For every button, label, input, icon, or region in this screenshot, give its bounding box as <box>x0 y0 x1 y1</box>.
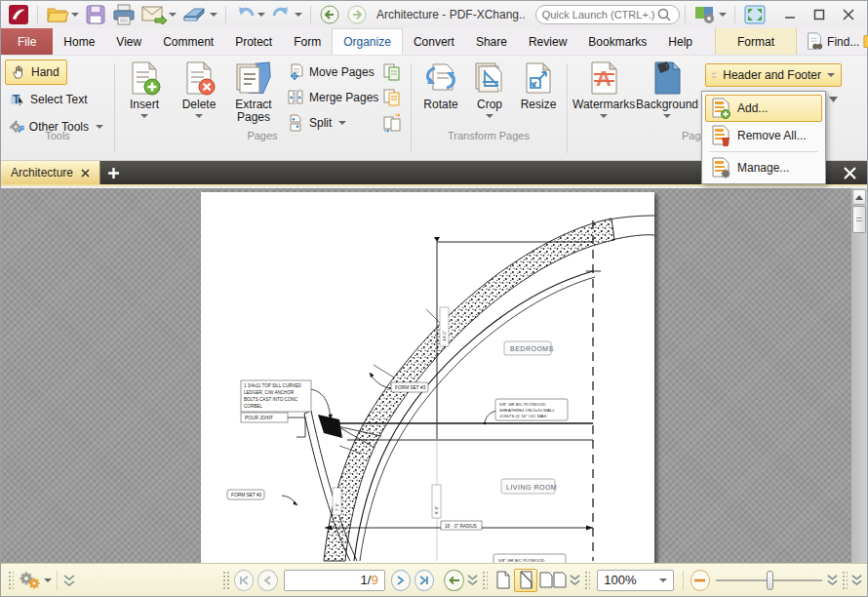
open-caret-icon[interactable] <box>71 13 79 17</box>
extract-pages-button[interactable]: ExtractPages <box>227 60 280 124</box>
previous-page-button[interactable] <box>257 570 277 591</box>
tab-home[interactable]: Home <box>53 28 105 55</box>
find-document-icon[interactable] <box>805 32 824 52</box>
view-history-expand-button[interactable] <box>466 574 479 586</box>
resize-button[interactable]: Resize <box>512 60 565 111</box>
tab-bookmarks[interactable]: Bookmarks <box>577 28 657 55</box>
hand-tool-button[interactable]: Hand <box>5 60 67 85</box>
tab-format[interactable]: Format <box>715 28 797 55</box>
other-tools-caret-icon <box>96 125 103 129</box>
divider <box>57 571 58 590</box>
undo-button[interactable] <box>231 3 268 26</box>
zoom-expand-button[interactable] <box>826 574 839 586</box>
search-folder-icon[interactable] <box>862 32 868 52</box>
undo-caret-icon[interactable] <box>257 13 265 17</box>
status-options-caret-icon[interactable] <box>44 578 52 582</box>
ply-note-line3: JOISTS @ 16" O/C MAX <box>499 414 547 418</box>
tab-protect[interactable]: Protect <box>224 28 283 55</box>
redo-caret-icon[interactable] <box>295 13 302 17</box>
duplicate-pages-button[interactable] <box>377 60 407 85</box>
previous-view-button[interactable] <box>444 570 463 591</box>
merge-pages-button[interactable]: Merge Pages <box>282 85 383 110</box>
page-number-input[interactable]: 1/9 <box>284 570 385 591</box>
ui-options-button[interactable] <box>690 3 730 26</box>
tab-organize[interactable]: Organize <box>332 28 403 55</box>
next-page-button[interactable] <box>391 570 411 591</box>
toolbar-grip[interactable] <box>222 571 228 590</box>
rotate-button[interactable]: Rotate <box>414 60 467 111</box>
document-tab-architecture[interactable]: Architecture <box>1 161 100 184</box>
menu-item-add-label: Add... <box>737 101 768 115</box>
document-viewport[interactable]: 1 3/4x11 TOP SILL CURVED LEDGER, C/W ANC… <box>1 188 867 565</box>
tab-share[interactable]: Share <box>465 28 518 55</box>
back-button[interactable] <box>316 3 343 26</box>
zoom-slider[interactable] <box>716 570 822 591</box>
menu-item-add[interactable]: Add... <box>705 95 822 122</box>
single-page-layout-button[interactable] <box>491 569 514 592</box>
maximize-button[interactable] <box>805 4 834 25</box>
header-and-footer-button[interactable]: Header and Footer <box>705 63 842 87</box>
status-options-button[interactable] <box>17 570 52 591</box>
expand-toolbar-button[interactable] <box>62 574 76 587</box>
toolbar-grip[interactable] <box>482 571 488 590</box>
background-button[interactable]: Background <box>635 60 699 118</box>
toolbar-grip[interactable] <box>842 571 848 590</box>
tab-help[interactable]: Help <box>657 28 703 55</box>
scroll-up-button[interactable] <box>852 189 866 205</box>
move-pages-button[interactable]: Move Pages <box>282 60 383 85</box>
tab-form[interactable]: Form <box>283 28 332 55</box>
close-document-pane-button[interactable] <box>836 161 863 184</box>
search-icon[interactable] <box>657 8 671 21</box>
print-button[interactable] <box>109 3 138 26</box>
quick-launch[interactable] <box>535 5 680 24</box>
hand-icon <box>11 64 26 80</box>
new-tab-button[interactable] <box>100 161 126 184</box>
ui-options-caret-icon[interactable] <box>719 13 727 17</box>
find-label[interactable]: Find... <box>827 35 859 49</box>
toolbar-grip[interactable] <box>584 571 590 590</box>
toolbar-grip[interactable] <box>8 571 14 590</box>
quick-launch-input[interactable] <box>542 9 657 20</box>
close-button[interactable] <box>834 4 863 25</box>
tab-file[interactable]: File <box>1 28 53 55</box>
zoom-level-select[interactable]: 100% <box>597 570 673 591</box>
vertical-scrollbar[interactable] <box>850 188 867 565</box>
menu-item-manage[interactable]: Manage... <box>705 154 822 181</box>
crop-button[interactable]: Crop <box>463 60 516 118</box>
pdf-page[interactable]: 1 3/4x11 TOP SILL CURVED LEDGER, C/W ANC… <box>201 192 654 565</box>
two-page-layout-button[interactable] <box>537 569 568 592</box>
email-button[interactable] <box>138 3 179 26</box>
menu-item-remove-all[interactable]: Remove All... <box>705 122 822 149</box>
statusbar-overflow-button[interactable] <box>850 574 863 586</box>
first-page-button[interactable] <box>234 570 254 591</box>
redo-button[interactable] <box>268 3 305 26</box>
insert-pages-button[interactable]: Insert <box>118 60 171 118</box>
save-button[interactable] <box>82 3 109 26</box>
last-page-button[interactable] <box>414 570 434 591</box>
zoom-slider-thumb[interactable] <box>767 571 773 590</box>
forward-button[interactable] <box>343 3 371 26</box>
email-caret-icon[interactable] <box>169 13 177 17</box>
document-tab-label[interactable]: Architecture <box>11 166 73 179</box>
scan-button[interactable] <box>179 3 220 26</box>
scan-caret-icon[interactable] <box>210 13 217 17</box>
scrollbar-thumb[interactable] <box>852 206 866 233</box>
replace-pages-icon <box>382 88 402 107</box>
delete-pages-button[interactable]: Delete <box>173 60 225 118</box>
fit-page-layout-button[interactable] <box>514 569 537 592</box>
tab-comment[interactable]: Comment <box>152 28 224 55</box>
open-button[interactable] <box>43 3 82 26</box>
layout-expand-button[interactable] <box>569 574 581 586</box>
tab-view[interactable]: View <box>105 28 152 55</box>
replace-pages-button[interactable] <box>377 85 407 110</box>
find-button[interactable]: Find... <box>805 28 868 55</box>
hidden-control-caret-icon[interactable] <box>829 97 838 102</box>
zoom-out-button[interactable] <box>690 570 710 591</box>
tab-convert[interactable]: Convert <box>403 28 465 55</box>
fullscreen-button[interactable] <box>740 3 769 26</box>
minimize-button[interactable] <box>775 4 805 25</box>
select-text-button[interactable]: T Select Text <box>5 87 95 112</box>
document-tab-close-icon[interactable] <box>81 169 90 178</box>
tab-review[interactable]: Review <box>518 28 577 55</box>
watermarks-button[interactable]: A Watermarks <box>572 60 635 118</box>
